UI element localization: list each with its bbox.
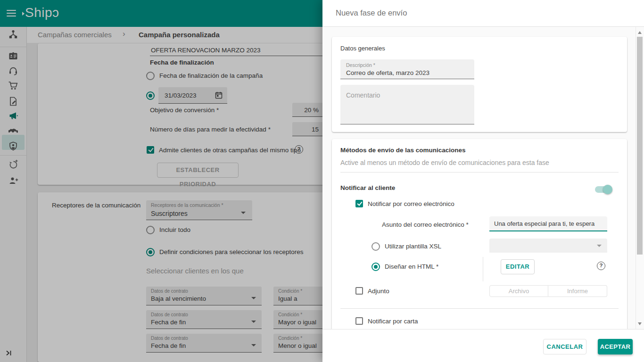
drawer-footer: CANCELAR ACEPTAR xyxy=(322,329,644,362)
scrollbar-thumb[interactable] xyxy=(637,37,643,255)
help-icon[interactable]: ? xyxy=(597,262,605,270)
edit-html-button[interactable]: EDITAR xyxy=(501,259,535,274)
email-subject-value[interactable]: Una oferta especial para ti, te espera xyxy=(494,220,594,227)
attachment-report-button[interactable]: Informe xyxy=(548,285,607,297)
comment-textarea[interactable]: Comentario xyxy=(340,85,474,124)
chevron-down-icon xyxy=(597,245,602,247)
attachment-checkbox[interactable] xyxy=(355,287,363,295)
divider xyxy=(340,172,619,173)
xsl-template-radio[interactable] xyxy=(372,242,380,251)
attachment-file-button[interactable]: Archivo xyxy=(489,285,548,297)
xsl-template-select[interactable] xyxy=(489,239,607,253)
notify-letter-label[interactable]: Notificar por carta xyxy=(368,318,418,325)
accept-button[interactable]: ACEPTAR xyxy=(598,339,633,354)
design-html-label[interactable]: Diseñar en HTML * xyxy=(385,263,438,270)
divider xyxy=(340,308,619,309)
notify-email-checkbox[interactable] xyxy=(355,200,363,207)
notify-letter-checkbox[interactable] xyxy=(355,317,363,325)
send-methods-hint: Active al menos un método de envío de co… xyxy=(340,159,549,166)
design-html-radio[interactable] xyxy=(372,263,380,271)
comment-placeholder: Comentario xyxy=(346,91,380,99)
modal-overlay[interactable] xyxy=(0,0,322,362)
notify-email-label[interactable]: Notificar por correo electrónico xyxy=(368,200,454,207)
general-data-card: Datos generales Descripción * Correo de … xyxy=(332,37,627,132)
description-field[interactable]: Descripción * Correo de oferta, marzo 20… xyxy=(340,59,474,79)
drawer-title: Nueva fase de envío xyxy=(336,8,407,17)
send-methods-card: Métodos de envío de las comunicaciones A… xyxy=(332,139,627,329)
scroll-up-icon[interactable] xyxy=(638,31,642,34)
new-phase-drawer: Nueva fase de envío Datos generales Desc… xyxy=(322,0,644,362)
attachment-label[interactable]: Adjunto xyxy=(368,288,389,295)
description-label: Descripción * xyxy=(346,62,375,68)
cancel-button[interactable]: CANCELAR xyxy=(543,339,586,354)
send-methods-title: Métodos de envío de las comunicaciones xyxy=(340,147,466,154)
notify-client-label: Notificar al cliente xyxy=(340,184,395,191)
email-subject-input[interactable]: Una oferta especial para ti, te espera xyxy=(489,216,607,231)
drawer-body: Datos generales Descripción * Correo de … xyxy=(322,27,636,329)
scroll-down-icon[interactable] xyxy=(638,322,642,325)
application-root: Shipɔ xyxy=(0,0,644,362)
general-data-title: Datos generales xyxy=(340,45,385,52)
xsl-template-label[interactable]: Utilizar plantilla XSL xyxy=(385,243,441,250)
description-value[interactable]: Correo de oferta, marzo 2023 xyxy=(346,69,429,76)
vertical-divider xyxy=(483,257,483,281)
email-subject-label: Asunto del correo electrónico * xyxy=(382,221,469,228)
